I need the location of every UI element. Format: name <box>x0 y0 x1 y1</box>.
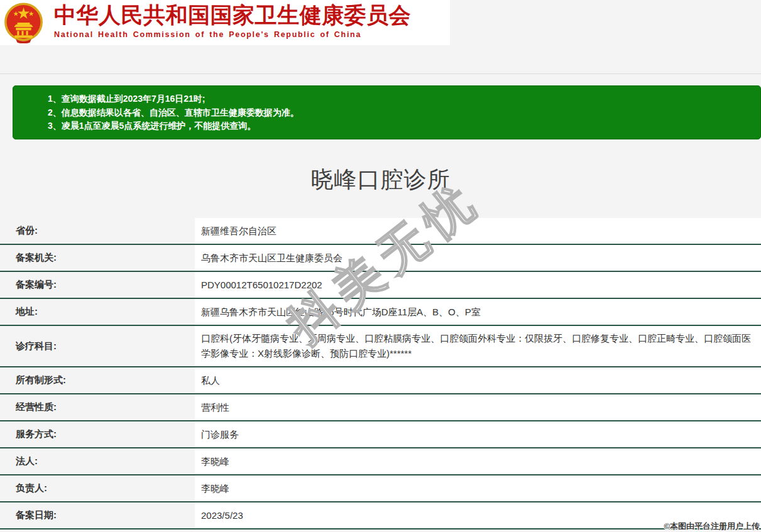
field-label: 经营性质: <box>0 394 195 420</box>
record-row: 地址:新疆乌鲁木齐市天山区红山路16号时代广场D座11层A、B、O、P室 <box>0 299 761 326</box>
record-row: 备案编号:PDY00012T65010217D2202 <box>0 272 761 299</box>
record-row: 服务方式:门诊服务 <box>0 421 761 448</box>
clinic-name-title: 晓峰口腔诊所 <box>0 165 761 195</box>
notice-line: 3、凌晨1点至凌晨5点系统进行维护，不能提供查询。 <box>48 119 754 133</box>
field-value: 门诊服务 <box>195 421 761 447</box>
field-value: 私人 <box>195 367 761 393</box>
field-label: 备案日期: <box>0 502 195 528</box>
national-emblem-icon <box>3 2 44 43</box>
record-row: 备案日期:2023/5/23 <box>0 502 761 529</box>
field-label: 备案编号: <box>0 272 195 298</box>
field-value: 李晓峰 <box>195 475 761 501</box>
record-row: 所有制形式:私人 <box>0 367 761 394</box>
field-value: 新疆乌鲁木齐市天山区红山路16号时代广场D座11层A、B、O、P室 <box>195 299 761 325</box>
field-label: 省份: <box>0 218 195 244</box>
field-value: 营利性 <box>195 394 761 420</box>
field-label: 服务方式: <box>0 421 195 447</box>
site-header-banner[interactable]: 中华人民共和国国家卫生健康委员会 National Health Commiss… <box>0 0 450 45</box>
record-row: 法人:李晓峰 <box>0 448 761 475</box>
record-row: 备案机关:乌鲁木齐市天山区卫生健康委员会 <box>0 245 761 272</box>
image-copyright-note: ©本图由平台注册用户上传 <box>664 521 760 532</box>
field-value: 李晓峰 <box>195 448 761 474</box>
field-value: 乌鲁木齐市天山区卫生健康委员会 <box>195 245 761 271</box>
field-label: 诊疗科目: <box>0 326 195 366</box>
record-row: 诊疗科目:口腔科(牙体牙髓病专业、牙周病专业、口腔粘膜病专业、口腔颌面外科专业：… <box>0 326 761 367</box>
org-title-cn: 中华人民共和国国家卫生健康委员会 <box>54 1 411 29</box>
field-label: 负责人: <box>0 475 195 501</box>
field-value: 新疆维吾尔自治区 <box>195 218 761 244</box>
query-notice-box: 1、查询数据截止到2023年7月16日21时;2、信息数据结果以各省、自治区、直… <box>13 85 761 139</box>
header-divider <box>0 73 761 74</box>
record-row: 省份:新疆维吾尔自治区 <box>0 218 761 245</box>
record-table: 省份:新疆维吾尔自治区备案机关:乌鲁木齐市天山区卫生健康委员会备案编号:PDY0… <box>0 218 761 529</box>
field-label: 地址: <box>0 299 195 325</box>
field-label: 法人: <box>0 448 195 474</box>
field-label: 备案机关: <box>0 245 195 271</box>
record-row: 负责人:李晓峰 <box>0 475 761 502</box>
field-value: PDY00012T65010217D2202 <box>195 272 761 298</box>
page: 中华人民共和国国家卫生健康委员会 National Health Commiss… <box>0 0 761 532</box>
notice-line: 1、查询数据截止到2023年7月16日21时; <box>48 92 754 106</box>
notice-line: 2、信息数据结果以各省、自治区、直辖市卫生健康委数据为准。 <box>48 106 754 120</box>
org-title-en: National Health Commission of the People… <box>54 30 411 39</box>
field-value: 口腔科(牙体牙髓病专业、牙周病专业、口腔粘膜病专业、口腔颌面外科专业：仅限拔牙、… <box>195 326 761 366</box>
record-row: 经营性质:营利性 <box>0 394 761 421</box>
field-label: 所有制形式: <box>0 367 195 393</box>
